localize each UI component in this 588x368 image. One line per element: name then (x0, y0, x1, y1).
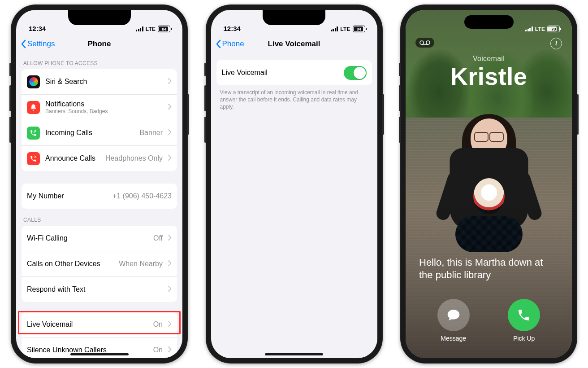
section-calls-header: CALLS (16, 209, 182, 226)
row-my-number[interactable]: My Number +1 (906) 450-4623 (22, 184, 177, 209)
pickup-button[interactable] (508, 299, 540, 331)
chevron-right-icon (168, 78, 172, 86)
row-label: Respond with Text (27, 285, 85, 293)
row-label: Wi-Fi Calling (27, 234, 68, 242)
row-siri-search[interactable]: Siri & Search (22, 69, 177, 94)
group-calls-1: Wi-Fi Calling Off Calls on Other Devices… (22, 226, 177, 302)
chevron-left-icon (21, 39, 26, 48)
row-label: Siri & Search (45, 78, 87, 85)
row-notifications[interactable]: Notifications Banners, Sounds, Badges (22, 94, 177, 120)
call-header: Voicemail Kristle (406, 55, 572, 89)
section-allow-header: ALLOW PHONE TO ACCESS (16, 52, 182, 69)
row-detail: On (153, 320, 163, 329)
row-sublabel: Banners, Sounds, Badges (45, 109, 163, 114)
chevron-right-icon (168, 260, 172, 268)
live-transcript: Hello, this is Martha down at the public… (419, 256, 558, 282)
status-bar: LTE 78 (406, 10, 572, 34)
chevron-right-icon (168, 154, 172, 162)
siri-icon (27, 75, 40, 88)
nav-bar: Phone Live Voicemail (211, 34, 377, 54)
message-action[interactable]: Message (437, 299, 470, 342)
notch (263, 10, 325, 25)
chevron-left-icon (216, 39, 221, 48)
signal-icon (136, 26, 143, 31)
row-incoming-calls[interactable]: Incoming Calls Banner (22, 120, 177, 145)
screen-incoming-voicemail: LTE 78 i Voicemail Kristle Hello, this i… (406, 10, 572, 358)
row-label: Incoming Calls (45, 129, 92, 136)
row-respond-with-text[interactable]: Respond with Text (22, 276, 177, 302)
chevron-right-icon (168, 129, 172, 137)
row-detail: Off (153, 234, 163, 242)
status-time: 12:34 (29, 25, 46, 32)
row-label: Silence Unknown Callers (27, 346, 107, 354)
phone-incoming-icon (27, 127, 40, 140)
row-live-voicemail[interactable]: Live Voicemail On (22, 312, 177, 337)
row-detail: +1 (906) 450-4623 (112, 192, 172, 200)
caller-name: Kristle (406, 64, 572, 89)
row-label: Notifications (45, 100, 84, 108)
nav-title: Live Voicemail (268, 39, 320, 48)
message-button[interactable] (437, 299, 470, 331)
row-live-voicemail-toggle[interactable]: Live Voicemail (216, 60, 372, 85)
action-label: Message (441, 335, 466, 342)
battery-icon: 84 (353, 26, 367, 32)
phone-icon (517, 308, 531, 322)
battery-icon: 78 (547, 26, 561, 32)
row-detail: Banner (139, 129, 163, 137)
iphone-frame-2: 12:34 LTE 84 Phone Live Voicemail (206, 4, 383, 364)
row-label: Live Voicemail (222, 69, 268, 76)
row-label: Live Voicemail (27, 320, 73, 328)
row-calls-other-devices[interactable]: Calls on Other Devices When Nearby (22, 251, 177, 276)
home-indicator[interactable] (265, 353, 323, 355)
row-label: Announce Calls (45, 154, 95, 162)
notch (68, 10, 131, 25)
status-time: 12:34 (224, 25, 241, 32)
message-icon (446, 308, 461, 322)
pickup-action[interactable]: Pick Up (508, 299, 540, 342)
chevron-right-icon (168, 234, 172, 242)
back-button[interactable]: Settings (21, 39, 55, 48)
voicemail-pill-icon (415, 38, 434, 48)
row-detail: On (153, 346, 163, 354)
nav-title: Phone (88, 39, 111, 48)
nav-bar: Settings Phone (16, 34, 182, 54)
chevron-right-icon (168, 285, 172, 294)
network-label: LTE (340, 26, 350, 32)
row-detail: Headphones Only (105, 154, 163, 162)
chevron-right-icon (168, 346, 172, 354)
group-toggle: Live Voicemail (216, 60, 372, 85)
group-calls-2: Live Voicemail On Silence Unknown Caller… (22, 312, 177, 358)
action-label: Pick Up (513, 335, 535, 342)
chevron-right-icon (168, 320, 172, 329)
row-label: My Number (27, 192, 64, 200)
signal-icon (331, 26, 338, 31)
back-button[interactable]: Phone (216, 39, 244, 48)
iphone-frame-3: LTE 78 i Voicemail Kristle Hello, this i… (400, 4, 577, 364)
screen-live-voicemail-settings: 12:34 LTE 84 Phone Live Voicemail (211, 10, 377, 358)
settings-scroll[interactable]: Live Voicemail View a transcript of an i… (211, 52, 377, 358)
toggle-switch[interactable] (344, 66, 367, 80)
three-iphone-screenshots: 12:34 LTE 84 Settings Phone ALLOW PHONE … (0, 0, 588, 368)
row-wifi-calling[interactable]: Wi-Fi Calling Off (22, 226, 177, 251)
info-button[interactable]: i (550, 38, 562, 49)
network-label: LTE (146, 26, 156, 32)
bell-icon (27, 101, 40, 114)
signal-icon (525, 26, 533, 31)
group-my-number: My Number +1 (906) 450-4623 (22, 184, 177, 209)
settings-scroll[interactable]: ALLOW PHONE TO ACCESS Siri & Search Noti… (16, 52, 182, 358)
screen-phone-settings: 12:34 LTE 84 Settings Phone ALLOW PHONE … (16, 10, 182, 358)
home-indicator[interactable] (70, 353, 129, 355)
battery-icon: 84 (158, 26, 172, 32)
section-footer: View a transcript of an incoming voicema… (211, 85, 377, 111)
call-actions: Message Pick Up (406, 299, 572, 342)
back-label: Settings (27, 39, 55, 48)
call-header-sub: Voicemail (406, 55, 572, 63)
row-announce-calls[interactable]: Announce Calls Headphones Only (22, 145, 177, 171)
chevron-right-icon (168, 103, 172, 111)
iphone-frame-1: 12:34 LTE 84 Settings Phone ALLOW PHONE … (11, 4, 188, 364)
group-allow-access: Siri & Search Notifications Banners, Sou… (22, 69, 177, 171)
row-label: Calls on Other Devices (27, 260, 100, 267)
network-label: LTE (535, 26, 545, 32)
row-detail: When Nearby (119, 260, 163, 268)
phone-announce-icon (27, 152, 40, 165)
